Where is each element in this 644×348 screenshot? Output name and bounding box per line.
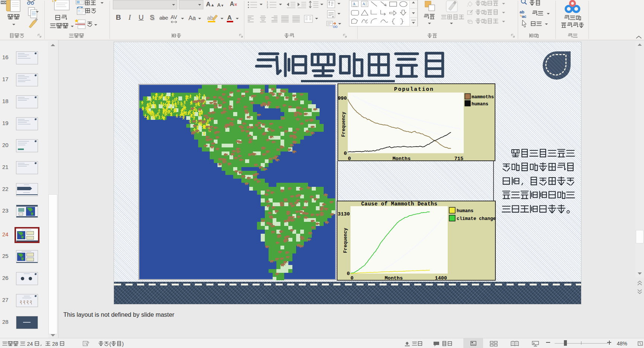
svg-text:): )	[122, 341, 124, 347]
svg-text:715: 715	[454, 156, 463, 161]
svg-text:humans: humans	[457, 208, 473, 214]
svg-text:A: A	[353, 2, 356, 6]
svg-text:990: 990	[338, 96, 347, 101]
svg-text:0: 0	[344, 151, 347, 156]
svg-text:ac: ac	[522, 14, 526, 19]
svg-text:3: 3	[267, 6, 268, 9]
svg-text:0: 0	[347, 271, 350, 277]
svg-text:8: 8	[55, 341, 58, 347]
svg-text:climate change: climate change	[457, 216, 496, 221]
svg-text:Months: Months	[393, 156, 411, 161]
svg-text:mammoths: mammoths	[472, 95, 494, 100]
svg-text:ab: ab	[520, 10, 524, 14]
svg-text:2: 2	[27, 341, 30, 347]
svg-text:Frequency: Frequency	[341, 112, 346, 137]
svg-text:Cause of Mammoth Deaths: Cause of Mammoth Deaths	[361, 201, 438, 207]
svg-text:2: 2	[267, 3, 268, 6]
svg-text:0: 0	[348, 156, 351, 161]
svg-text:1: 1	[267, 1, 268, 3]
svg-text:Frequency: Frequency	[343, 228, 348, 253]
svg-text:3130: 3130	[338, 211, 350, 217]
svg-text:0: 0	[350, 275, 353, 281]
svg-text:(: (	[109, 341, 111, 347]
svg-text:4: 4	[30, 341, 33, 347]
svg-text:1400: 1400	[435, 275, 447, 281]
svg-text:ab: ab	[207, 15, 213, 21]
svg-text:humans: humans	[472, 102, 488, 107]
svg-text:Months: Months	[385, 275, 403, 281]
svg-text:A: A	[362, 2, 365, 6]
svg-text:Population: Population	[394, 86, 434, 92]
svg-text:2: 2	[52, 341, 55, 347]
